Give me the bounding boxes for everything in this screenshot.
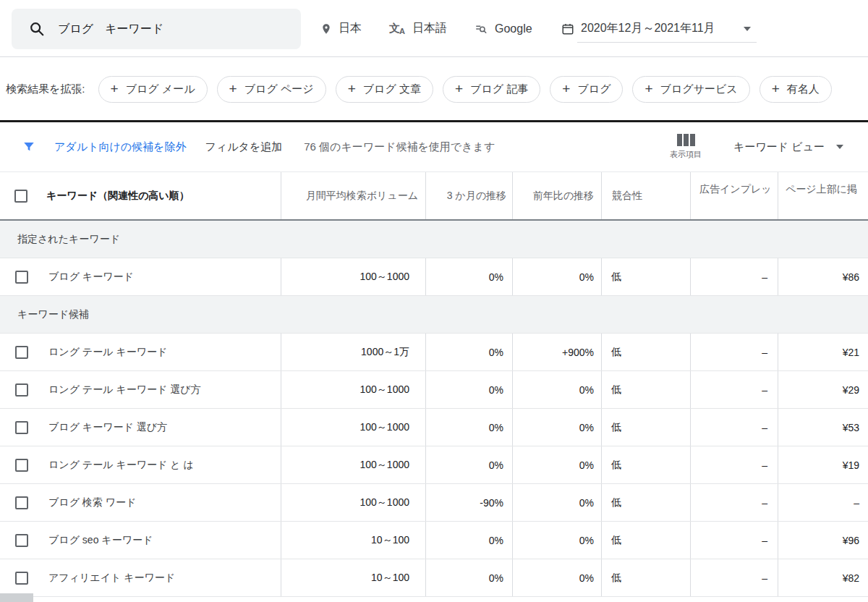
yoy-cell: 0% (512, 371, 601, 408)
plus-icon: + (111, 82, 119, 96)
row-checkbox[interactable] (15, 346, 28, 359)
keyword-cell: アフィリエイト キーワード (41, 559, 281, 596)
keyword-cell: ブログ キーワード 選び方 (41, 409, 281, 446)
competition-cell: 低 (601, 559, 690, 596)
header-top-of-page-bid[interactable]: ページ上部に掲 (778, 172, 868, 219)
keyword-cell: ロング テール キーワード と は (41, 446, 281, 483)
plus-icon: + (348, 82, 356, 96)
expand-search-row: 検索結果を拡張: +ブログ メール +ブログ ページ +ブログ 文章 +ブログ … (0, 58, 868, 120)
volume-cell: 100～1000 (281, 409, 425, 446)
top-bid-cell: ¥21 (778, 334, 868, 370)
calendar-icon (561, 22, 574, 35)
table-row: ブログ seo キーワード 10～100 0% 0% 低 – ¥96 (0, 522, 868, 559)
yoy-cell: 0% (512, 409, 601, 446)
keyword-count-text: 76 個のキーワード候補を使用できます (304, 140, 495, 154)
volume-cell: 100～1000 (281, 446, 425, 483)
chevron-down-icon (744, 27, 751, 31)
date-range-selector[interactable]: 2020年12月～2021年11月 (561, 0, 751, 57)
row-checkbox[interactable] (15, 572, 28, 585)
header-three-month-change[interactable]: 3 か月の推移 (425, 172, 512, 219)
columns-icon (677, 134, 695, 146)
row-checkbox[interactable] (15, 421, 28, 434)
chip-add-keyword[interactable]: +ブログ 記事 (443, 76, 540, 103)
yoy-cell: 0% (512, 446, 601, 483)
filter-funnel-icon (22, 140, 35, 153)
chip-add-keyword[interactable]: +ブログ メール (98, 76, 208, 103)
chip-add-keyword[interactable]: +有名人 (760, 76, 832, 103)
header-ad-impression-share[interactable]: 広告インプレッ (690, 172, 778, 219)
date-range-label: 2020年12月～2021年11月 (581, 21, 715, 36)
search-icon (29, 21, 45, 37)
keyword-chips: +ブログ メール +ブログ ページ +ブログ 文章 +ブログ 記事 +ブログ +… (98, 76, 832, 103)
impression-share-cell: – (690, 334, 778, 370)
top-bid-cell: ¥29 (778, 371, 868, 408)
three-month-cell: 0% (425, 559, 512, 596)
search-network-icon (474, 22, 488, 35)
volume-cell: 10～100 (281, 522, 425, 559)
impression-share-cell: – (690, 522, 778, 559)
top-bid-cell: ¥82 (778, 559, 868, 596)
top-bid-cell: ¥19 (778, 446, 868, 483)
competition-cell: 低 (601, 522, 690, 559)
competition-cell: 低 (601, 334, 690, 370)
chip-add-keyword[interactable]: +ブログ (550, 76, 623, 103)
keyword-cell: ロング テール キーワード 選び方 (41, 371, 281, 408)
columns-label: 表示項目 (670, 149, 702, 160)
add-filter-button[interactable]: フィルタを追加 (205, 140, 282, 154)
chip-add-keyword[interactable]: +ブログサービス (632, 76, 749, 103)
filter-bar-right: 表示項目 キーワード ビュー (670, 122, 868, 171)
keyword-planner-screen: ブログ キーワード 日本 文A 日本語 Google 2020年12月～2021… (0, 0, 868, 602)
header-monthly-volume[interactable]: 月間平均検索ボリューム (281, 172, 425, 219)
columns-button[interactable]: 表示項目 (670, 134, 702, 160)
volume-cell: 100～1000 (281, 484, 425, 521)
yoy-cell: 0% (512, 258, 601, 295)
yoy-cell: +900% (512, 334, 601, 370)
impression-share-cell: – (690, 559, 778, 596)
competition-cell: 低 (601, 409, 690, 446)
keyword-search-input[interactable]: ブログ キーワード (12, 9, 301, 49)
view-selector[interactable]: キーワード ビュー (733, 140, 843, 154)
volume-cell: 10～100 (281, 559, 425, 596)
horizontal-scrollbar[interactable] (0, 593, 33, 602)
impression-share-cell: – (690, 484, 778, 521)
row-checkbox[interactable] (15, 459, 28, 472)
three-month-cell: 0% (425, 258, 512, 295)
keyword-cell: ブログ キーワード (41, 258, 281, 295)
chip-add-keyword[interactable]: +ブログ ページ (217, 76, 326, 103)
results-panel: アダルト向けの候補を除外 フィルタを追加 76 個のキーワード候補を使用できます… (0, 120, 868, 597)
table-row: ブログ キーワード 選び方 100～1000 0% 0% 低 – ¥53 (0, 409, 868, 446)
header-competition[interactable]: 競合性 (601, 172, 690, 219)
chip-label: ブログ 記事 (470, 82, 528, 96)
section-label: 指定されたキーワード (17, 233, 120, 246)
yoy-cell: 0% (512, 484, 601, 521)
location-pin-icon (320, 22, 332, 36)
header-keyword[interactable]: キーワード（関連性の高い順） (41, 172, 281, 219)
impression-share-cell: – (690, 446, 778, 483)
top-bid-cell: ¥53 (778, 409, 868, 446)
header-yoy-change[interactable]: 前年比の推移 (512, 172, 601, 219)
search-value: ブログ キーワード (58, 22, 163, 37)
impression-share-cell: – (690, 409, 778, 446)
row-checkbox[interactable] (15, 383, 28, 397)
plus-icon: + (644, 82, 652, 96)
table-header-row: キーワード（関連性の高い順） 月間平均検索ボリューム 3 か月の推移 前年比の推… (0, 171, 868, 221)
top-bid-cell: ¥96 (778, 522, 868, 559)
row-checkbox[interactable] (15, 534, 28, 547)
table-row: ロング テール キーワード 選び方 100～1000 0% 0% 低 – ¥29 (0, 371, 868, 409)
keyword-cell: ブログ 検索 ワード (41, 484, 281, 521)
table-row: アフィリエイト キーワード 10～100 0% 0% 低 – ¥82 (0, 559, 868, 597)
plus-icon: + (772, 82, 780, 96)
select-all-checkbox[interactable] (14, 190, 27, 203)
competition-cell: 低 (601, 258, 690, 295)
row-checkbox[interactable] (15, 271, 28, 284)
row-checkbox[interactable] (15, 496, 28, 509)
competition-cell: 低 (601, 484, 690, 521)
language-selector[interactable]: 文A 日本語 (389, 0, 447, 57)
network-selector[interactable]: Google (474, 0, 532, 57)
chip-add-keyword[interactable]: +ブログ 文章 (336, 76, 433, 103)
table-row: ブログ キーワード 100～1000 0% 0% 低 – ¥86 (0, 258, 868, 296)
keyword-cell: ロング テール キーワード (41, 334, 281, 370)
location-selector[interactable]: 日本 (320, 0, 362, 57)
table-row: ブログ 検索 ワード 100～1000 -90% 0% 低 – – (0, 484, 868, 522)
exclude-adult-filter-link[interactable]: アダルト向けの候補を除外 (54, 140, 186, 154)
